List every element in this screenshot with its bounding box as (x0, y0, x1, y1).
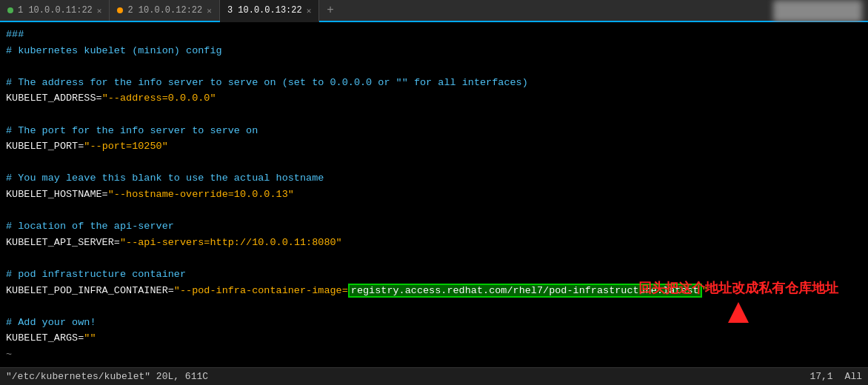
status-mode: All (845, 371, 862, 382)
tab-bar: 1 10.0.0.11:22 ✕ 2 10.0.0.12:22 ✕ 3 10.0… (0, 0, 868, 22)
line-8: KUBELET_PORT="--port=10250" (6, 138, 862, 155)
tab-label-2: 2 10.0.0.12:22 (127, 5, 202, 16)
tab-label-1: 1 10.0.0.11:22 (18, 5, 93, 16)
tab-close-3[interactable]: ✕ (307, 6, 312, 16)
line-13: # location of the api-server (6, 218, 862, 235)
annotation: 回头把这个地址改成私有仓库地址 (638, 278, 838, 323)
tab-label-3: 3 10.0.0.13:22 (227, 5, 302, 16)
line-4: # The address for the info server to ser… (6, 75, 862, 91)
annotation-arrow (728, 302, 749, 323)
line-7: # The port for the info server to serve … (6, 123, 862, 139)
status-file: "/etc/kubernetes/kubelet" 20L, 611C (6, 371, 208, 382)
tab-close-2[interactable]: ✕ (207, 6, 212, 16)
line-9 (6, 155, 862, 171)
line-12 (6, 203, 862, 219)
line-15 (6, 250, 862, 267)
tab-add-button[interactable]: + (319, 0, 341, 21)
line-3 (6, 58, 862, 75)
tab-3[interactable]: 3 10.0.0.13:22 ✕ (220, 0, 319, 22)
code-editor: ### # kubernetes kubelet (minion) config… (0, 22, 868, 367)
status-right: 17,1 All (809, 371, 862, 382)
line-2: # kubernetes kubelet (minion) config (6, 43, 862, 59)
line-20: KUBELET_ARGS="" (6, 330, 862, 346)
top-right-blurred (773, 0, 862, 22)
tab-dot-1 (7, 7, 13, 13)
line-5: KUBELET_ADDRESS="--address=0.0.0.0" (6, 90, 862, 107)
tab-2[interactable]: 2 10.0.0.12:22 ✕ (110, 0, 219, 21)
tab-1[interactable]: 1 10.0.0.11:22 ✕ (0, 0, 110, 21)
tab-dot-2 (117, 7, 123, 13)
line-1: ### (6, 27, 862, 43)
line-11: KUBELET_HOSTNAME="--hostname-override=10… (6, 187, 862, 203)
status-position: 17,1 (809, 371, 832, 382)
line-10: # You may leave this blank to use the ac… (6, 170, 862, 187)
line-22: ~ (6, 362, 862, 367)
line-21: ~ (6, 346, 862, 363)
line-6 (6, 107, 862, 123)
status-bar: "/etc/kubernetes/kubelet" 20L, 611C 17,1… (0, 367, 868, 385)
tab-close-1[interactable]: ✕ (97, 6, 102, 16)
line-14: KUBELET_API_SERVER="--api-servers=http:/… (6, 235, 862, 251)
annotation-text: 回头把这个地址改成私有仓库地址 (638, 278, 838, 299)
